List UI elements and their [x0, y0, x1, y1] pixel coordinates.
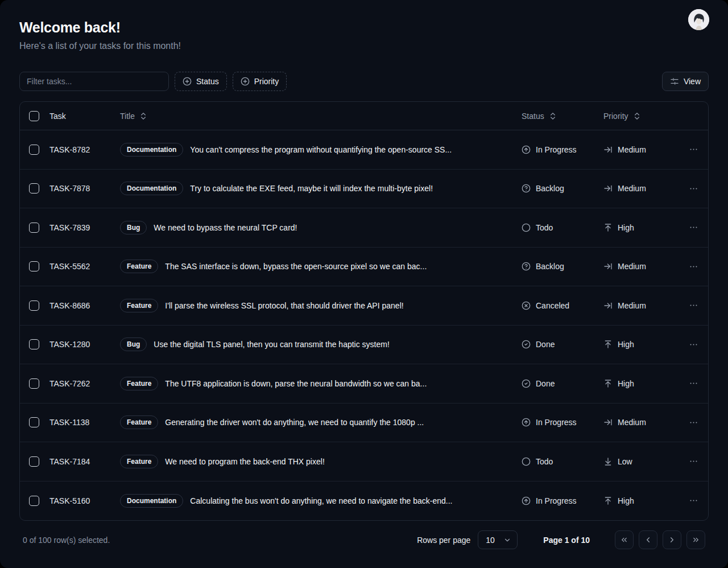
chevrons-right-icon — [692, 536, 700, 544]
row-checkbox[interactable] — [29, 261, 39, 271]
ellipsis-icon — [689, 340, 698, 349]
title-cell: Documentation Try to calculate the EXE f… — [120, 182, 522, 195]
status-text: In Progress — [536, 145, 577, 154]
task-title: We need to program the back-end THX pixe… — [165, 457, 324, 466]
view-options-button[interactable]: View — [662, 72, 709, 91]
status-cell: In Progress — [522, 496, 603, 505]
status-text: Backlog — [536, 184, 564, 193]
column-header-priority-label: Priority — [603, 112, 628, 121]
priority-cell: High — [603, 223, 679, 232]
row-checkbox[interactable] — [29, 183, 39, 194]
rows-per-page-label: Rows per page — [417, 536, 470, 545]
status-text: Backlog — [536, 262, 564, 271]
status-cell: Done — [522, 340, 603, 349]
priority-text: High — [618, 223, 634, 232]
label-badge: Bug — [120, 221, 147, 234]
task-id: TASK-7184 — [49, 457, 120, 466]
status-cell: Canceled — [522, 301, 603, 310]
sort-status-button[interactable]: Status — [522, 112, 557, 121]
row-checkbox[interactable] — [29, 417, 39, 427]
first-page-button[interactable] — [615, 530, 634, 549]
priority-cell: Medium — [603, 262, 679, 271]
toolbar: Status Priority View — [19, 72, 709, 91]
avatar-image — [688, 9, 709, 30]
filter-tasks-input[interactable] — [19, 72, 169, 91]
row-actions-button[interactable] — [689, 301, 698, 310]
title-cell: Documentation Calculating the bus won't … — [120, 494, 522, 508]
previous-page-button[interactable] — [639, 530, 657, 549]
label-badge: Feature — [120, 455, 158, 468]
priority-cell: Medium — [603, 301, 679, 310]
row-checkbox[interactable] — [29, 456, 39, 467]
row-actions-button[interactable] — [689, 418, 698, 427]
circle-plus-icon — [241, 77, 250, 86]
ellipsis-icon — [689, 496, 698, 505]
priority-text: Medium — [618, 301, 646, 310]
status-text: Todo — [536, 457, 553, 466]
last-page-button[interactable] — [686, 530, 705, 549]
row-actions-button[interactable] — [689, 223, 698, 232]
arrow-right-to-line-icon — [603, 262, 613, 271]
next-page-button[interactable] — [663, 530, 681, 549]
row-actions-button[interactable] — [689, 184, 698, 194]
row-actions-button[interactable] — [689, 340, 698, 349]
row-actions-button[interactable] — [689, 456, 698, 466]
page-indicator: Page 1 of 10 — [543, 536, 590, 545]
ellipsis-icon — [689, 223, 698, 232]
task-id: TASK-5562 — [49, 262, 120, 271]
rows-per-page-select[interactable]: 10 — [478, 530, 518, 549]
actions-cell — [679, 378, 708, 388]
priority-cell: High — [603, 379, 679, 388]
actions-cell — [679, 223, 708, 232]
status-text: In Progress — [536, 496, 577, 505]
task-id: TASK-7878 — [49, 184, 120, 193]
sort-title-button[interactable]: Title — [120, 112, 148, 121]
status-filter-button[interactable]: Status — [175, 72, 227, 91]
row-checkbox-cell — [20, 378, 49, 389]
row-checkbox[interactable] — [29, 496, 39, 506]
table-row: TASK-7878 Documentation Try to calculate… — [20, 170, 708, 209]
circle-help-icon — [522, 262, 531, 271]
row-actions-button[interactable] — [689, 262, 698, 271]
task-title: Use the digital TLS panel, then you can … — [154, 340, 390, 349]
priority-text: High — [618, 379, 634, 388]
priority-cell: Medium — [603, 418, 679, 427]
title-cell: Bug Use the digital TLS panel, then you … — [120, 337, 522, 351]
task-title: I'll parse the wireless SSL protocol, th… — [165, 301, 403, 310]
row-actions-button[interactable] — [689, 496, 698, 505]
row-actions-button[interactable] — [689, 378, 698, 388]
label-badge: Documentation — [120, 143, 183, 157]
row-actions-button[interactable] — [689, 145, 698, 154]
row-checkbox-cell — [20, 339, 49, 349]
task-title: Try to calculate the EXE feed, maybe it … — [190, 184, 433, 193]
title-cell: Feature We need to program the back-end … — [120, 455, 522, 468]
view-button-label: View — [684, 77, 701, 86]
row-checkbox[interactable] — [29, 339, 39, 349]
row-checkbox[interactable] — [29, 378, 39, 389]
row-checkbox[interactable] — [29, 223, 39, 233]
select-all-cell — [20, 111, 49, 121]
row-checkbox[interactable] — [29, 301, 39, 311]
sort-priority-button[interactable]: Priority — [603, 112, 642, 121]
row-checkbox[interactable] — [29, 145, 39, 155]
user-avatar[interactable] — [688, 9, 709, 30]
table-row: TASK-7839 Bug We need to bypass the neur… — [20, 208, 708, 248]
actions-cell — [679, 496, 708, 505]
circle-arrow-up-icon — [522, 496, 531, 505]
status-cell: Done — [522, 379, 603, 388]
chevron-right-icon — [668, 536, 676, 544]
priority-filter-button[interactable]: Priority — [233, 72, 287, 91]
row-checkbox-cell — [20, 223, 49, 233]
select-all-checkbox[interactable] — [29, 111, 39, 121]
status-cell: Backlog — [522, 184, 603, 193]
table-row: TASK-8686 Feature I'll parse the wireles… — [20, 286, 708, 326]
task-title: You can't compress the program without q… — [190, 145, 452, 154]
task-id: TASK-1138 — [49, 418, 120, 427]
label-badge: Feature — [120, 299, 158, 312]
ellipsis-icon — [689, 184, 698, 194]
table-body: TASK-8782 Documentation You can't compre… — [20, 130, 708, 520]
row-checkbox-cell — [20, 145, 49, 155]
status-text: Todo — [536, 223, 553, 232]
priority-text: Medium — [618, 145, 646, 154]
status-text: Done — [536, 379, 555, 388]
